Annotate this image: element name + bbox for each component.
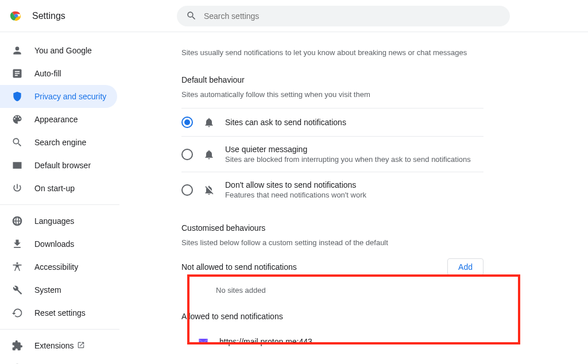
sidebar-item-label: Auto-fill bbox=[34, 69, 61, 78]
chrome-logo-icon bbox=[9, 9, 23, 23]
option-dont-allow[interactable]: Don't allow sites to send notificationsF… bbox=[181, 172, 483, 207]
search-box[interactable] bbox=[177, 6, 510, 26]
sidebar-item-label: Privacy and security bbox=[34, 92, 106, 101]
radio-checked-icon[interactable] bbox=[181, 117, 193, 128]
search-icon bbox=[11, 137, 23, 148]
sidebar-item-appearance[interactable]: Appearance bbox=[0, 108, 117, 131]
sidebar-item-label: Downloads bbox=[34, 239, 74, 249]
sidebar-item-label: Search engine bbox=[34, 138, 86, 147]
option-sub: Sites are blocked from interrupting you … bbox=[225, 155, 471, 164]
sidebar-item-label: Languages bbox=[34, 216, 74, 226]
radio-icon[interactable] bbox=[181, 149, 193, 160]
no-sites-text: No sites added bbox=[181, 280, 483, 300]
not-allowed-heading: Not allowed to send notifications bbox=[181, 262, 297, 272]
default-behaviour-sub: Sites automatically follow this setting … bbox=[181, 90, 483, 99]
browser-icon bbox=[11, 160, 23, 171]
sidebar-item-search-engine[interactable]: Search engine bbox=[0, 131, 117, 154]
download-icon bbox=[11, 238, 23, 250]
sidebar-item-default-browser[interactable]: Default browser bbox=[0, 154, 117, 177]
sidebar-item-label: You and Google bbox=[34, 46, 92, 55]
custom-heading: Customised behaviours bbox=[181, 223, 483, 233]
sidebar-item-label: On start-up bbox=[34, 184, 75, 193]
sidebar-item-languages[interactable]: Languages bbox=[0, 210, 117, 233]
option-ask[interactable]: Sites can ask to send notifications bbox=[181, 108, 483, 136]
sidebar-item-about[interactable]: About Chrome bbox=[0, 357, 117, 364]
sidebar-item-label: Extensions bbox=[34, 341, 74, 350]
sidebar-item-you-and-google[interactable]: You and Google bbox=[0, 39, 117, 62]
sidebar-item-reset[interactable]: Reset settings bbox=[0, 301, 117, 324]
shield-icon bbox=[11, 91, 23, 102]
external-link-icon bbox=[77, 341, 85, 351]
accessibility-icon bbox=[11, 261, 23, 273]
intro-text: Sites usually send notifications to let … bbox=[181, 48, 483, 57]
reset-icon bbox=[11, 307, 23, 319]
sidebar-item-downloads[interactable]: Downloads bbox=[0, 233, 117, 255]
site-url: https://mail.proton.me:443 bbox=[219, 337, 312, 346]
radio-icon[interactable] bbox=[181, 184, 193, 196]
bell-icon bbox=[203, 117, 215, 128]
sidebar-item-label: Reset settings bbox=[34, 308, 86, 317]
extension-icon bbox=[11, 340, 23, 351]
sidebar-item-label: Default browser bbox=[34, 161, 91, 170]
sidebar-item-privacy[interactable]: Privacy and security bbox=[0, 85, 117, 108]
custom-sub: Sites listed below follow a custom setti… bbox=[181, 238, 483, 247]
globe-icon bbox=[11, 215, 23, 227]
header: Settings bbox=[0, 0, 588, 32]
wrench-icon bbox=[11, 284, 23, 296]
sidebar-item-autofill[interactable]: Auto-fill bbox=[0, 62, 117, 85]
option-title: Sites can ask to send notifications bbox=[225, 118, 346, 127]
sidebar-item-startup[interactable]: On start-up bbox=[0, 177, 117, 200]
bell-icon bbox=[203, 149, 215, 160]
option-title: Use quieter messaging bbox=[225, 145, 471, 154]
bell-off-icon bbox=[203, 184, 215, 196]
palette-icon bbox=[11, 114, 23, 125]
sidebar-item-label: System bbox=[34, 285, 61, 295]
main-content: Sites usually send notifications to let … bbox=[147, 32, 588, 364]
autofill-icon bbox=[11, 68, 23, 79]
sidebar-item-system[interactable]: System bbox=[0, 278, 117, 301]
search-input[interactable] bbox=[204, 11, 501, 21]
add-button[interactable]: Add bbox=[447, 258, 483, 276]
sidebar-item-extensions[interactable]: Extensions bbox=[0, 334, 117, 357]
sidebar-item-accessibility[interactable]: Accessibility bbox=[0, 255, 117, 278]
separator bbox=[0, 204, 119, 205]
default-behaviour-heading: Default behaviour bbox=[181, 75, 483, 84]
option-title: Don't allow sites to send notifications bbox=[225, 180, 366, 189]
person-icon bbox=[11, 45, 23, 56]
option-quieter[interactable]: Use quieter messagingSites are blocked f… bbox=[181, 136, 483, 172]
search-icon bbox=[186, 10, 197, 22]
option-sub: Features that need notifications won't w… bbox=[225, 191, 366, 199]
page-title: Settings bbox=[32, 11, 65, 21]
power-icon bbox=[11, 183, 23, 194]
separator bbox=[0, 329, 119, 330]
sidebar-item-label: Accessibility bbox=[34, 262, 78, 272]
allowed-heading: Allowed to send notifications bbox=[181, 312, 483, 321]
allowed-site-row[interactable]: https://mail.proton.me:443 bbox=[181, 330, 483, 353]
proton-icon bbox=[198, 336, 209, 347]
sidebar-item-label: Appearance bbox=[34, 115, 78, 124]
sidebar: You and Google Auto-fill Privacy and sec… bbox=[0, 32, 147, 364]
